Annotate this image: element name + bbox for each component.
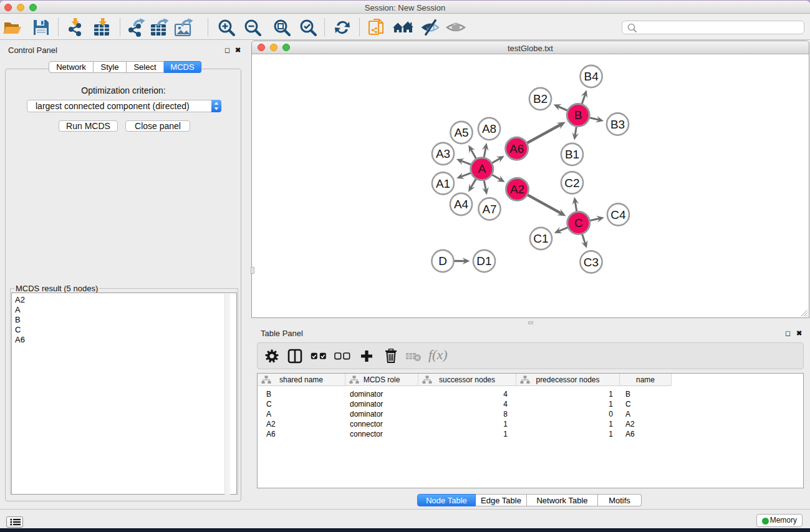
svg-text:A6: A6	[509, 142, 524, 155]
svg-text:A5: A5	[454, 126, 468, 139]
svg-text:C4: C4	[610, 208, 626, 221]
svg-text:B3: B3	[610, 118, 625, 131]
svg-text:A1: A1	[436, 177, 450, 190]
svg-text:B1: B1	[565, 148, 579, 161]
svg-text:B4: B4	[584, 70, 599, 83]
svg-text:A3: A3	[436, 147, 450, 160]
svg-text:C: C	[574, 216, 583, 230]
svg-text:A7: A7	[482, 203, 496, 216]
svg-text:A8: A8	[482, 122, 496, 135]
svg-text:A4: A4	[454, 198, 469, 211]
svg-text:D1: D1	[476, 254, 491, 268]
svg-text:C3: C3	[584, 256, 599, 269]
svg-text:B: B	[574, 109, 582, 122]
svg-text:C1: C1	[533, 232, 548, 245]
svg-text:C2: C2	[564, 177, 579, 190]
svg-text:D: D	[438, 254, 447, 268]
svg-text:B2: B2	[533, 92, 547, 105]
svg-text:A: A	[478, 162, 486, 175]
svg-text:A2: A2	[510, 183, 524, 196]
